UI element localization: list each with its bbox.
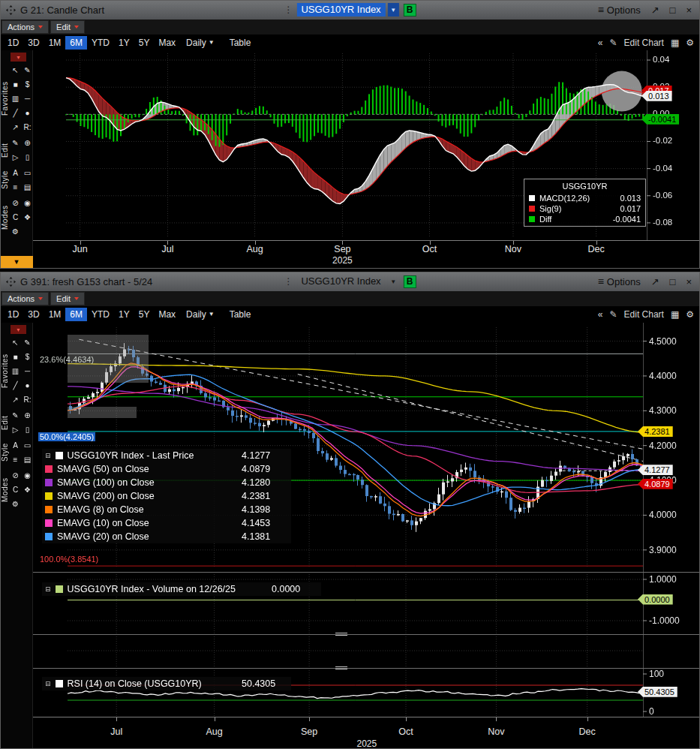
menu-actions[interactable]: Actions [2,20,49,34]
table-button[interactable]: Table [230,309,251,320]
collapse-box-icon[interactable]: ⊟ [45,452,51,459]
text-tool-icon[interactable]: A [10,440,21,451]
pane-divider[interactable] [33,668,700,669]
security-input[interactable]: USGG10YR Index [296,3,385,17]
price-range-tool-icon[interactable]: $ [22,351,33,362]
edit-chart-button[interactable]: Edit Chart [624,38,664,48]
close-icon[interactable]: × [686,276,692,287]
arrow-tool-icon[interactable]: ↗ [10,122,21,133]
overlay-mode-icon[interactable]: ⊘ [10,197,21,209]
trend-line-tool-icon[interactable]: ╱ [10,380,21,391]
pane-divider[interactable] [33,572,700,573]
palette-icon[interactable]: ❖ [22,212,33,223]
menu-actions[interactable]: Actions [2,292,49,305]
delete-tool-icon[interactable]: ▯ [22,424,33,435]
draw-edit-icon[interactable]: ✎ [10,137,21,149]
security-input[interactable]: USGG10YR Index [296,275,385,288]
period-1m-button[interactable]: 1M [44,308,66,321]
options-menu[interactable]: ≡Options [598,4,641,16]
chart-style-icon[interactable]: ▥ [10,365,21,377]
rail-dropdown-button[interactable]: ▼ [11,53,26,62]
frequency-select[interactable]: Daily▼ [186,309,215,320]
titlebar[interactable]: G 21: Candle Chart ⋮ USGG10YR Index ▼ B … [0,0,700,20]
select-tool-icon[interactable]: ▷ [10,152,21,163]
legend-row[interactable]: EMAVG (8) on Close4.1398 [42,503,291,516]
price-range-tool-icon[interactable]: $ [22,79,33,90]
terminal-badge[interactable]: B [404,4,416,17]
anchor-mode-icon[interactable]: ◉ [22,470,33,481]
collapse-toolbar-icon[interactable]: « [598,309,603,320]
move-tool-icon[interactable]: ⊕ [22,137,33,149]
rsi-y-axis[interactable]: 100050.4305 [643,668,700,717]
pencil-tool-icon[interactable]: ✎ [22,65,33,76]
pattern-style-icon[interactable]: ▤ [22,454,33,465]
period-max-button[interactable]: Max [154,36,180,50]
annotation-tool-icon[interactable]: ▭ [22,167,33,179]
edit-chart-pencil-icon[interactable]: ✎ [609,38,617,48]
pattern-style-icon[interactable]: ▤ [22,182,33,193]
period-1y-button[interactable]: 1Y [114,36,134,50]
pencil-tool-icon[interactable]: ✎ [22,337,33,348]
edit-chart-button[interactable]: Edit Chart [624,309,664,320]
legend-row[interactable]: Sig(9)0.017 [524,203,645,214]
legend-row[interactable]: ⊟RSI (14) on Close (USGG10YR)50.4305 [42,677,291,690]
gear-icon[interactable]: ⚙ [10,226,21,237]
popout-icon[interactable]: ↗ [651,5,659,16]
pane-divider[interactable] [33,634,700,635]
line-style-icon[interactable]: ≡ [10,454,21,465]
chart-grid-icon[interactable]: ▦ [671,38,679,48]
period-max-button[interactable]: Max [154,308,180,321]
period-ytd-button[interactable]: YTD [87,308,114,321]
pointer-tool-icon[interactable]: ↖ [10,65,21,76]
period-5y-button[interactable]: 5Y [134,36,155,50]
chart-style-icon[interactable]: ▥ [10,93,21,104]
trend-line-tool-icon[interactable]: ╱ [10,107,21,119]
price-legend[interactable]: ⊟USGG10YR Index - Last Price4.1277SMAVG … [42,449,291,543]
regression-tool-icon[interactable]: R: [22,122,33,133]
menu-edit[interactable]: Edit [50,20,85,34]
frequency-select[interactable]: Daily▼ [186,38,215,48]
period-1d-button[interactable]: 1D [3,36,23,50]
maximize-icon[interactable]: □ [670,276,676,287]
table-button[interactable]: Table [230,38,251,48]
select-tool-icon[interactable]: ▷ [10,424,21,435]
overlay-mode-icon[interactable]: ⊘ [10,470,21,481]
security-dropdown-icon[interactable]: ▼ [388,3,399,17]
price-y-axis[interactable]: 4.50004.40004.30004.20004.10004.00003.90… [643,323,700,572]
collapse-toolbar-icon[interactable]: « [598,38,603,48]
period-1y-button[interactable]: 1Y [114,308,134,321]
period-1d-button[interactable]: 1D [3,308,23,321]
period-1m-button[interactable]: 1M [44,36,66,50]
legend-row[interactable]: EMAVG (10) on Close4.1453 [42,516,291,530]
legend-row[interactable]: ⊟USGG10YR Index - Volume on 12/26/250.00… [42,582,321,596]
menu-edit[interactable]: Edit [50,292,85,305]
macd-y-axis[interactable]: 0.040.020.00-0.02-0.04-0.06-0.080.0170.0… [647,50,700,240]
rail-dropdown-button[interactable]: ▼ [11,325,26,334]
legend-row[interactable]: SMAVG (200) on Close4.2381 [42,489,291,503]
volume-y-axis[interactable]: 1.0000-1.00000.0000 [643,572,700,634]
period-5y-button[interactable]: 5Y [134,308,155,321]
ellipse-tool-icon[interactable]: ● [22,380,33,391]
chart-grid-icon[interactable]: ▦ [671,309,679,320]
period-3d-button[interactable]: 3D [23,308,44,321]
terminal-badge[interactable]: B [404,275,416,288]
rectangle-tool-icon[interactable]: ■ [10,79,21,90]
move-tool-icon[interactable]: ⊕ [22,410,33,421]
legend-row[interactable]: SMAVG (50) on Close4.0879 [42,462,291,476]
maximize-icon[interactable]: □ [670,5,676,16]
period-6m-button[interactable]: 6M [65,36,87,50]
rail-expand-button[interactable]: ▼ [0,256,33,268]
rsi-legend[interactable]: ⊟RSI (14) on Close (USGG10YR)50.4305 [42,677,291,690]
settings-gear-icon[interactable]: ⚙ [686,309,694,320]
text-tool-icon[interactable]: A [10,167,21,179]
legend-row[interactable]: MACD(12,26)0.013 [524,193,645,203]
legend-row[interactable]: SMAVG (100) on Close4.1280 [42,476,291,489]
horizontal-line-tool-icon[interactable]: ─ [22,365,33,377]
popout-icon[interactable]: ↗ [651,276,659,287]
move-icon[interactable] [6,277,16,287]
close-icon[interactable]: × [686,5,692,16]
arrow-tool-icon[interactable]: ↗ [10,394,21,405]
titlebar[interactable]: G 391: fresh G153 chart - 5/24 ⋮ USGG10Y… [0,272,700,291]
ellipse-tool-icon[interactable]: ● [22,107,33,119]
delete-tool-icon[interactable]: ▯ [22,152,33,163]
